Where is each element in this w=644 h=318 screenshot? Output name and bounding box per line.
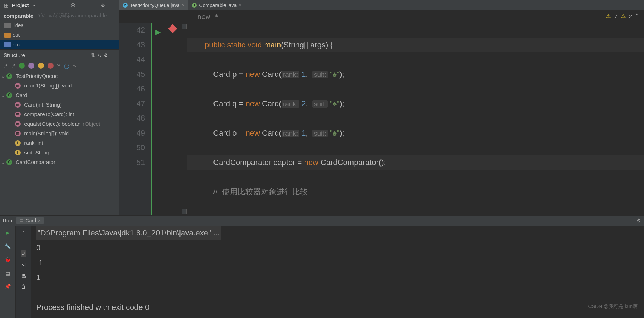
code-line[interactable]: System.out.println(captor.compare(p, o))…: [187, 214, 644, 216]
code-area[interactable]: public static void main(String[] args) {…: [187, 23, 644, 215]
member-label: suit: String: [24, 149, 49, 155]
print-icon[interactable]: 🖶: [21, 273, 26, 279]
tab-comparable[interactable]: I Comparable.java ×: [188, 0, 245, 10]
line-number: 49: [119, 126, 145, 141]
sort-icon[interactable]: ⇅: [91, 52, 95, 58]
run-gutter-icon[interactable]: ▶: [155, 25, 161, 40]
left-panel: ▦ Project ▼ ⦿ ≑ ⋮ ⚙ — comparable D:\Java…: [0, 0, 119, 215]
line-number: 43: [119, 38, 145, 52]
java-class-icon: C: [123, 3, 128, 8]
line-number: 50: [119, 140, 145, 155]
chevron-up-icon[interactable]: ˄: [635, 13, 638, 19]
member-label: main(String[]): void: [24, 130, 69, 136]
inherited-icon[interactable]: Y: [57, 63, 60, 69]
code-line[interactable]: Card q = new Card(rank: 2, suit: "♠");: [187, 96, 644, 111]
method-node[interactable]: m Card(int, String): [0, 100, 119, 109]
expand-icon[interactable]: ≑: [79, 1, 87, 9]
method-node[interactable]: m main1(String[]): void: [0, 81, 119, 90]
tree-item-out[interactable]: out: [0, 30, 119, 40]
inspections-widget[interactable]: ⚠7 ⚠2 ˄: [606, 13, 638, 19]
project-icon: ▦: [2, 1, 10, 9]
class-node[interactable]: ⌄C TestPriorityQueue: [0, 71, 119, 81]
hide-icon[interactable]: —: [110, 52, 115, 58]
warning-count: 7: [614, 13, 617, 19]
project-tree[interactable]: .idea out src: [0, 21, 119, 49]
method-node[interactable]: m main(String[]): void: [0, 129, 119, 138]
tree-label: .idea: [13, 23, 23, 28]
fold-end-icon[interactable]: [182, 209, 187, 214]
line-number: 47: [119, 96, 145, 111]
more-icon[interactable]: »: [73, 63, 76, 69]
sort-visibility-icon[interactable]: ↓ᵃ: [11, 63, 15, 69]
sort-alpha-icon[interactable]: ↓ᴬ: [3, 63, 7, 69]
scroll-icon[interactable]: ⇲: [21, 262, 26, 268]
bug-icon[interactable]: 🐞: [4, 256, 11, 263]
code-line[interactable]: Card p = new Card(rank: 1, suit: "♠");: [187, 67, 644, 82]
chevron-down-icon[interactable]: ▼: [32, 4, 36, 7]
breakpoint-icon[interactable]: [168, 24, 177, 33]
structure-toolbar: ↓ᴬ ↓ᵃ Y ◯ »: [0, 61, 119, 71]
class-node[interactable]: ⌄C Card: [0, 90, 119, 100]
up-icon[interactable]: ↑: [22, 229, 24, 235]
method-node[interactable]: m compareTo(Card): int: [0, 109, 119, 119]
project-title[interactable]: Project: [12, 2, 29, 8]
method-icon: m: [15, 131, 21, 136]
code-line[interactable]: CardComparator captor = new CardComparat…: [187, 155, 644, 170]
editor-breadcrumb[interactable]: new *: [197, 12, 218, 21]
console-output[interactable]: "D:\Program Files\Java\jdk1.8.0_201\bin\…: [31, 226, 644, 318]
layout-icon[interactable]: ▤: [4, 269, 11, 277]
console-line: "D:\Program Files\Java\jdk1.8.0_201\bin\…: [36, 226, 639, 240]
run-body: ▶ 🔧 🐞 ▤ 📌 ↑ ↓ ⤶ ⇲ 🖶 🗑 "D:\Program Files\…: [0, 226, 644, 318]
tab-testpriorityqueue[interactable]: C TestPriorityQueue.java ×: [119, 0, 188, 10]
show-properties-icon[interactable]: [28, 63, 34, 69]
hide-icon[interactable]: —: [109, 1, 117, 9]
class-icon: C: [6, 92, 12, 98]
trash-icon[interactable]: 🗑: [21, 284, 26, 289]
gear-icon[interactable]: ⚙: [637, 218, 641, 223]
anonymous-icon[interactable]: ◯: [64, 63, 70, 69]
field-icon: f: [15, 140, 21, 146]
run-tab[interactable]: ▤ Card ×: [16, 217, 44, 224]
run-icon[interactable]: ▶: [4, 229, 11, 236]
structure-tree[interactable]: ⌄C TestPriorityQueue m main1(String[]): …: [0, 71, 119, 215]
editor-body[interactable]: 42 43 44 45 46 47 48 49 50 51 ▶: [119, 23, 644, 215]
softwrap-icon[interactable]: ⤶: [21, 250, 26, 257]
field-icon: f: [15, 150, 21, 155]
pin-icon[interactable]: 📌: [4, 283, 11, 290]
member-label: equals(Object): boolean: [24, 121, 80, 127]
tree-item-src[interactable]: src: [0, 40, 119, 49]
show-interfaces-icon[interactable]: [19, 63, 25, 69]
console-line: -1: [36, 255, 639, 270]
gutter-actions[interactable]: ▶: [152, 23, 187, 215]
code-line[interactable]: public static void main(String[] args) {: [187, 38, 644, 52]
gear-icon[interactable]: ⚙: [99, 1, 107, 9]
locate-icon[interactable]: ⦿: [69, 1, 77, 9]
line-number: 45: [119, 67, 145, 82]
wrench-icon[interactable]: 🔧: [4, 243, 11, 250]
tree-item-idea[interactable]: .idea: [0, 21, 119, 30]
gutter[interactable]: 42 43 44 45 46 47 48 49 50 51: [119, 23, 152, 215]
show-fields-icon[interactable]: [38, 63, 44, 69]
code-line[interactable]: // 使用比较器对象进行比较: [187, 184, 644, 199]
close-icon[interactable]: ×: [38, 218, 41, 223]
member-label: Card(int, String): [24, 102, 62, 108]
show-nonpublic-icon[interactable]: [48, 63, 54, 69]
run-tab-label: Card: [26, 218, 36, 223]
close-icon[interactable]: ×: [239, 2, 242, 8]
module-name[interactable]: comparable: [4, 13, 33, 19]
member-label: main1(String[]): void: [24, 83, 72, 89]
code-line[interactable]: Card o = new Card(rank: 1, suit: "♠");: [187, 126, 644, 141]
close-icon[interactable]: ×: [182, 2, 185, 8]
method-node[interactable]: m equals(Object): boolean↑Object: [0, 119, 119, 129]
warning-icon: ⚠: [606, 13, 611, 19]
fold-start-icon[interactable]: [182, 24, 187, 29]
java-interface-icon: I: [192, 3, 197, 8]
down-icon[interactable]: ↓: [22, 240, 24, 245]
gear-icon[interactable]: ⚙: [104, 52, 108, 58]
field-node[interactable]: f rank: int: [0, 138, 119, 148]
method-icon: m: [15, 102, 21, 108]
filter-icon[interactable]: ⇆: [97, 52, 101, 58]
run-title: Run:: [3, 218, 13, 223]
class-node[interactable]: ⌄C CardComparator: [0, 157, 119, 167]
field-node[interactable]: f suit: String: [0, 148, 119, 157]
